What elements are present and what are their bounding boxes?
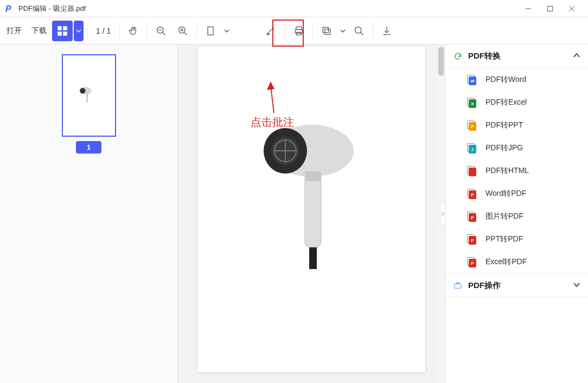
page-stage[interactable] bbox=[178, 44, 445, 383]
scrollbar-handle[interactable] bbox=[438, 47, 444, 76]
file-type-icon: X bbox=[467, 98, 477, 107]
fit-dropdown[interactable] bbox=[222, 21, 232, 41]
file-type-icon: P bbox=[467, 257, 477, 267]
svg-rect-1 bbox=[548, 6, 553, 11]
svg-rect-19 bbox=[297, 32, 301, 35]
conversion-item[interactable]: PDF转HTML bbox=[445, 159, 588, 182]
thumbnail-page-number: 1 bbox=[76, 141, 101, 154]
hand-tool-button[interactable] bbox=[123, 21, 144, 41]
conversion-item-label: PPT转PDF bbox=[485, 234, 523, 244]
conversion-item-label: PDF转PPT bbox=[485, 120, 523, 130]
thumbnail-panel: 1 bbox=[0, 44, 178, 383]
svg-rect-29 bbox=[86, 93, 88, 103]
conversion-item-label: 图片转PDF bbox=[485, 212, 523, 221]
minimize-button[interactable] bbox=[517, 0, 539, 17]
section-pdf-convert-title: PDF转换 bbox=[468, 51, 501, 61]
copy-button[interactable] bbox=[316, 21, 337, 41]
svg-rect-38 bbox=[305, 171, 321, 181]
main-area: 1 bbox=[0, 44, 588, 383]
sidebar-collapse-toggle[interactable] bbox=[440, 202, 445, 226]
save-download-button[interactable] bbox=[376, 21, 397, 41]
svg-rect-15 bbox=[208, 27, 213, 35]
conversion-item-label: PDF转JPG bbox=[485, 143, 523, 153]
conversion-item[interactable]: PPDF转PPT bbox=[445, 114, 588, 137]
thumbnails-toggle-button[interactable] bbox=[52, 21, 73, 41]
svg-rect-37 bbox=[305, 171, 321, 247]
svg-line-12 bbox=[184, 32, 187, 35]
conversion-items-list: WPDF转WordXPDF转ExcelPPDF转PPTJPDF转JPGPDF转H… bbox=[445, 68, 588, 273]
open-button[interactable]: 打开 bbox=[2, 21, 26, 41]
section-pdf-convert-header[interactable]: PDF转换 bbox=[445, 44, 588, 68]
file-type-icon: P bbox=[467, 120, 477, 130]
right-panel: PDF转换 WPDF转WordXPDF转ExcelPPDF转PPTJPDF转JP… bbox=[445, 44, 588, 383]
maximize-button[interactable] bbox=[539, 0, 561, 17]
file-type-icon bbox=[467, 166, 477, 176]
app-logo-icon: P bbox=[5, 4, 14, 13]
page-thumbnail-1[interactable] bbox=[62, 54, 116, 137]
svg-rect-40 bbox=[455, 284, 461, 288]
svg-rect-17 bbox=[296, 27, 302, 29]
print-button[interactable] bbox=[289, 21, 309, 41]
svg-rect-4 bbox=[58, 27, 61, 30]
svg-point-22 bbox=[355, 27, 362, 33]
svg-rect-5 bbox=[63, 27, 67, 30]
file-type-icon: P bbox=[467, 234, 477, 244]
chevron-up-icon bbox=[573, 52, 580, 61]
annotate-button[interactable] bbox=[261, 21, 282, 41]
file-type-icon: W bbox=[467, 75, 477, 85]
file-type-icon: J bbox=[467, 143, 477, 153]
svg-rect-21 bbox=[323, 27, 329, 33]
search-button[interactable] bbox=[349, 21, 369, 41]
conversion-item[interactable]: XPDF转Excel bbox=[445, 91, 588, 114]
svg-line-23 bbox=[361, 32, 363, 35]
svg-rect-26 bbox=[74, 78, 103, 113]
file-type-icon: P bbox=[467, 189, 477, 199]
conversion-item-label: Word转PDF bbox=[485, 189, 526, 199]
toolbox-icon bbox=[453, 280, 463, 290]
title-bar: P PDF编辑 - 吸尘器.pdf bbox=[0, 0, 588, 17]
fit-page-button[interactable] bbox=[200, 21, 221, 41]
section-pdf-operate-title: PDF操作 bbox=[468, 280, 501, 291]
svg-rect-6 bbox=[58, 32, 61, 35]
conversion-item[interactable]: WPDF转Word bbox=[445, 68, 588, 91]
zoom-in-button[interactable] bbox=[172, 21, 193, 41]
page-canvas bbox=[197, 47, 425, 372]
window-title: PDF编辑 - 吸尘器.pdf bbox=[18, 4, 86, 14]
conversion-item-label: Excel转PDF bbox=[485, 257, 527, 267]
refresh-icon bbox=[453, 52, 463, 61]
svg-rect-41 bbox=[456, 283, 459, 284]
section-pdf-operate-header[interactable]: PDF操作 bbox=[445, 273, 588, 297]
main-toolbar: 打开 下载 1 / 1 bbox=[0, 17, 588, 44]
svg-point-28 bbox=[80, 88, 86, 94]
svg-line-9 bbox=[163, 32, 165, 35]
close-button[interactable] bbox=[561, 0, 583, 17]
file-type-icon: P bbox=[467, 212, 477, 221]
svg-rect-7 bbox=[63, 32, 67, 35]
copy-dropdown[interactable] bbox=[338, 21, 348, 41]
thumbnails-dropdown[interactable] bbox=[74, 21, 84, 41]
conversion-item[interactable]: PExcel转PDF bbox=[445, 251, 588, 273]
document-image-icon bbox=[241, 97, 382, 270]
svg-rect-39 bbox=[309, 247, 317, 269]
conversion-item-label: PDF转Excel bbox=[485, 98, 527, 107]
conversion-item-label: PDF转Word bbox=[485, 75, 526, 85]
conversion-item[interactable]: PWord转PDF bbox=[445, 182, 588, 205]
download-button[interactable]: 下载 bbox=[27, 21, 51, 41]
conversion-item[interactable]: PPPT转PDF bbox=[445, 228, 588, 251]
zoom-out-button[interactable] bbox=[151, 21, 171, 41]
conversion-item[interactable]: P图片转PDF bbox=[445, 205, 588, 228]
thumbnail-image-icon bbox=[73, 76, 105, 114]
chevron-down-icon bbox=[573, 281, 580, 290]
svg-rect-20 bbox=[325, 29, 330, 34]
conversion-item-label: PDF转HTML bbox=[485, 166, 529, 176]
conversion-item[interactable]: JPDF转JPG bbox=[445, 137, 588, 159]
page-indicator: 1 / 1 bbox=[91, 27, 116, 35]
